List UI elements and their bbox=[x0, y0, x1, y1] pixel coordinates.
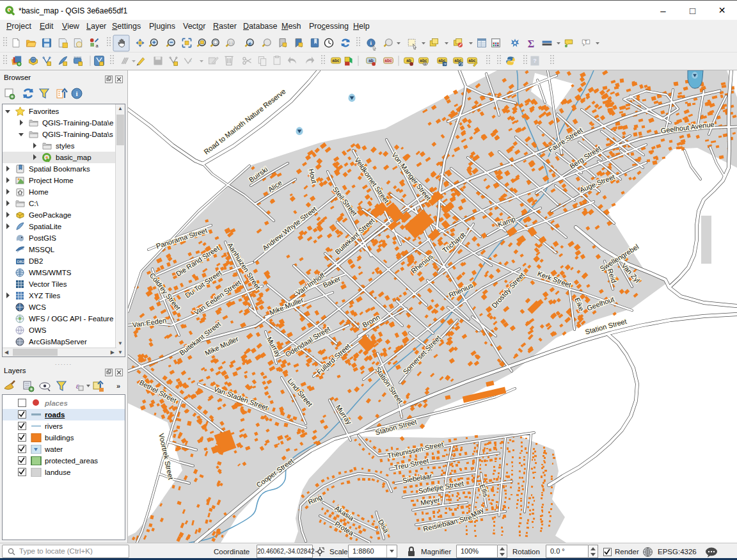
svg-text:abc: abc bbox=[332, 58, 340, 63]
svg-text:Ring: Ring bbox=[307, 493, 324, 506]
svg-text:ab: ab bbox=[368, 58, 374, 63]
svg-text:abc: abc bbox=[420, 58, 427, 63]
svg-text:1:1: 1:1 bbox=[229, 42, 234, 45]
svg-text:Steil Street: Steil Street bbox=[331, 186, 359, 218]
svg-text:Geelhout: Geelhout bbox=[586, 295, 615, 312]
svg-text:Σ: Σ bbox=[528, 38, 534, 49]
svg-text:Kamp: Kamp bbox=[496, 215, 516, 228]
svg-text:Veldkornet Street: Veldkornet Street bbox=[353, 156, 390, 205]
svg-text:?: ? bbox=[533, 58, 537, 64]
svg-text:Drostdy Street: Drostdy Street bbox=[490, 271, 526, 309]
svg-text:Rhenius: Rhenius bbox=[409, 252, 434, 275]
svg-text:T: T bbox=[585, 39, 588, 45]
svg-text:Van Eeden: Van Eeden bbox=[132, 316, 167, 328]
svg-text:Hout: Hout bbox=[307, 168, 318, 184]
svg-text:abc: abc bbox=[468, 58, 476, 63]
svg-text:Station Street: Station Street bbox=[374, 365, 404, 404]
svg-text:Treu Street: Treu Street bbox=[393, 457, 429, 472]
svg-text:Eike: Eike bbox=[573, 296, 585, 312]
svg-text:»: » bbox=[116, 382, 120, 390]
svg-text:abc: abc bbox=[384, 58, 392, 63]
svg-text:i: i bbox=[75, 90, 77, 97]
svg-text:DB2: DB2 bbox=[17, 260, 25, 264]
svg-text:Von Manger Street: Von Manger Street bbox=[390, 151, 432, 202]
svg-text:Fullard Street: Fullard Street bbox=[315, 342, 352, 376]
svg-text:ab: ab bbox=[406, 58, 411, 63]
